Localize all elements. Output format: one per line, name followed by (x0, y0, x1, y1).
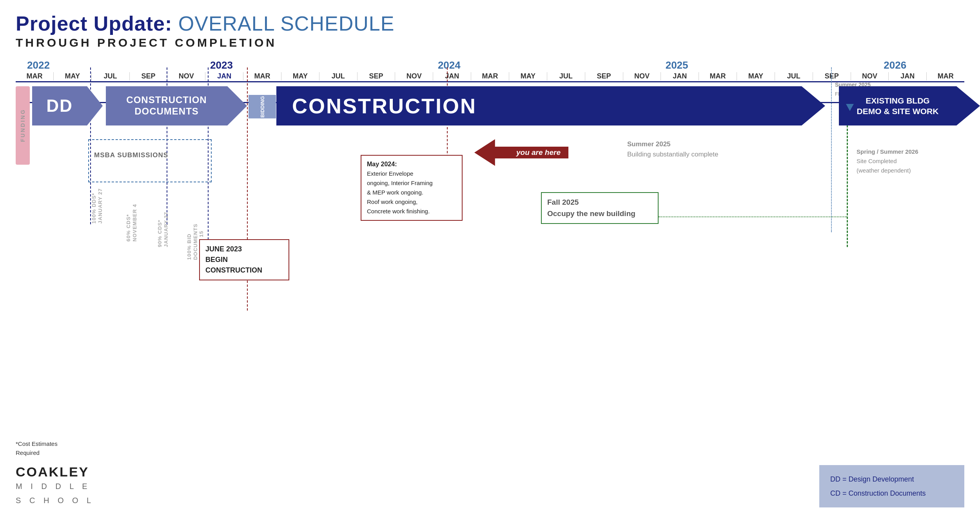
legend-line2: CD = Construction Documents (830, 486, 953, 500)
month-jul-2023: JUL (319, 72, 357, 80)
spring2026-text: Spring / Summer 2026Site Completed(weath… (857, 147, 918, 175)
month-nov-2022: NOV (167, 72, 205, 80)
month-nov-2024: NOV (623, 72, 661, 80)
construction-arrow: CONSTRUCTION (276, 86, 825, 125)
legend-box: DD = Design Development CD = Constructio… (819, 465, 964, 507)
header-line1: Project Update: OVERALL SCHEDULE (16, 12, 964, 35)
month-may-2024: MAY (509, 72, 547, 80)
header-bold: Project Update: (16, 12, 172, 35)
bidding-label: BIDDING (249, 95, 276, 118)
month-jul-2022: JUL (91, 72, 129, 80)
label-90cds: 90% CDS*JANUARY 27 (157, 212, 169, 247)
legend-line1: DD = Design Development (830, 472, 953, 486)
month-nov-2025: NOV (851, 72, 889, 80)
header: Project Update: OVERALL SCHEDULE THROUGH… (16, 12, 964, 49)
cost-note: *Cost EstimatesRequired (16, 440, 94, 457)
year-2022: 2022 (27, 59, 50, 71)
gantt-body: FUNDING DD CONSTRUCTIONDOCUMENTS BIDDING (16, 82, 964, 318)
month-mar-2022: MAR (16, 72, 53, 80)
header-light: OVERALL SCHEDULE (172, 12, 394, 35)
dd-arrow: DD (32, 86, 103, 125)
june2023-box: JUNE 2023 BEGIN CONSTRUCTION (199, 239, 289, 280)
existing-bldg-arrow: EXISTING BLDGDEMO & SITE WORK (839, 86, 980, 125)
month-jan-2023: JAN (205, 72, 243, 80)
cd-arrow: CONSTRUCTIONDOCUMENTS (106, 86, 247, 125)
month-jan-2026: JAN (888, 72, 926, 80)
label-100dds: 100% DDS*JANUARY 27 (91, 188, 103, 224)
timeline-area: 2022 2023 2024 2025 2026 MAR MAY JUL SEP… (16, 56, 964, 318)
bottom-left: *Cost EstimatesRequired COAKLEY M I D D … (16, 440, 94, 507)
fall2025-box: Fall 2025 Occupy the new building (541, 192, 659, 224)
vline-jul2025 (831, 67, 832, 232)
school-name: COAKLEY (16, 465, 94, 479)
month-mar-2026: MAR (926, 72, 964, 80)
ffe-arrow-down (846, 104, 854, 111)
month-jul-2025: JUL (775, 72, 813, 80)
month-mar-2024: MAR (471, 72, 509, 80)
month-mar-2025: MAR (699, 72, 737, 80)
month-row: MAR MAY JUL SEP NOV JAN MAR MAY JUL SEP … (16, 71, 964, 82)
year-2025: 2025 (666, 59, 688, 71)
month-jan-2025: JAN (661, 72, 699, 80)
month-sep-2024: SEP (585, 72, 623, 80)
month-sep-2023: SEP (357, 72, 395, 80)
month-jul-2024: JUL (547, 72, 585, 80)
label-60cds: 60% CDS*NOVEMBER 4 (125, 204, 138, 242)
school-sub: M I D D L ES C H O O L (16, 479, 94, 507)
month-may-2022: MAY (53, 72, 91, 80)
header-line2: THROUGH PROJECT COMPLETION (16, 36, 964, 49)
month-may-2025: MAY (737, 72, 775, 80)
funding-label: FUNDING (16, 86, 30, 165)
month-mar-2023: MAR (243, 72, 281, 80)
month-may-2023: MAY (281, 72, 319, 80)
year-row: 2022 2023 2024 2025 2026 (16, 56, 964, 71)
you-are-here-arrow: you are here (474, 139, 568, 166)
msba-label: MSBA SUBMISSIONS (94, 151, 168, 159)
month-sep-2022: SEP (129, 72, 167, 80)
msba-box (88, 139, 212, 182)
may2024-box: May 2024: Exterior Envelopeongoing, Inte… (361, 155, 463, 221)
vline-green1 (847, 122, 848, 247)
year-2023: 2023 (210, 59, 233, 71)
summer2025-bldg: Summer 2025Building substantially comple… (627, 139, 718, 159)
month-jan-2024: JAN (433, 72, 471, 80)
month-nov-2023: NOV (395, 72, 433, 80)
year-2026: 2026 (884, 59, 906, 71)
fall2025-connector (659, 216, 847, 217)
year-2024: 2024 (438, 59, 461, 71)
page-container: Project Update: OVERALL SCHEDULE THROUGH… (0, 0, 980, 529)
